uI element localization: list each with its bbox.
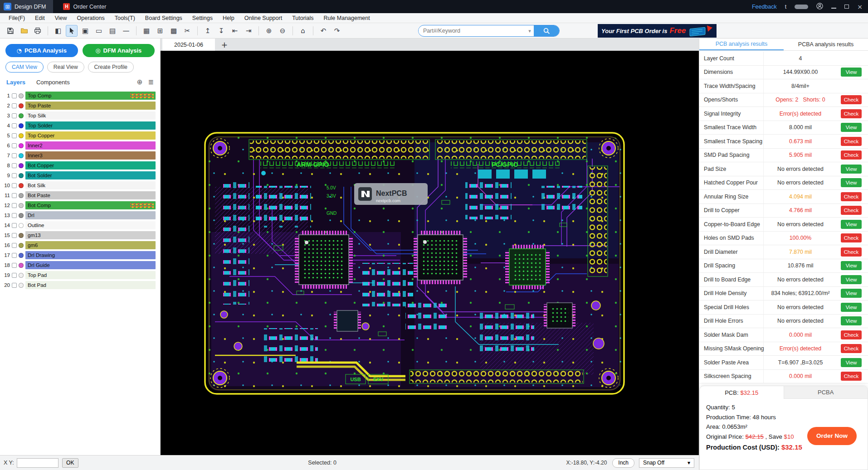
search-button[interactable] xyxy=(534,25,559,37)
menu-item[interactable]: Tools(T) xyxy=(110,13,140,23)
pcb-render[interactable]: ARM-GPIO PC/GPIO 5.0V 3.3V GND USB EXV N… xyxy=(161,51,699,455)
panel-layout-icon[interactable]: ◧ xyxy=(52,25,64,37)
menu-item[interactable]: Online Support xyxy=(239,13,287,23)
layer-visibility-checkbox[interactable] xyxy=(12,163,17,168)
layer-color-swatch[interactable] xyxy=(19,93,24,98)
measure-icon[interactable]: ▭ xyxy=(93,25,105,37)
analysis-action-button[interactable]: Check xyxy=(841,192,862,201)
tab-components[interactable]: Components xyxy=(36,79,70,86)
cam-view-tab[interactable]: CAM View xyxy=(5,62,44,73)
board-view-icon[interactable]: ▣ xyxy=(79,25,91,37)
menu-item[interactable]: Tutorials xyxy=(287,13,318,23)
layer-row[interactable]: 17 Drl Drawing xyxy=(0,250,160,260)
analysis-action-button[interactable]: View xyxy=(841,275,862,284)
analysis-action-button[interactable]: View xyxy=(841,165,862,174)
layer-row[interactable]: 8 Bot Copper xyxy=(0,160,160,170)
menu-item[interactable]: File(F) xyxy=(4,13,30,23)
grid-array-icon[interactable]: ▦ xyxy=(141,25,152,37)
analysis-action-button[interactable]: Check xyxy=(841,344,862,353)
layer-visibility-checkbox[interactable] xyxy=(12,153,17,158)
menu-item[interactable]: Help xyxy=(218,13,239,23)
home-icon[interactable]: ⌂ xyxy=(297,25,309,37)
layer-visibility-checkbox[interactable] xyxy=(12,213,17,218)
open-folder-button[interactable] xyxy=(18,25,30,37)
xy-input[interactable] xyxy=(17,458,59,468)
layer-color-swatch[interactable] xyxy=(19,223,24,228)
analysis-action-button[interactable]: Check xyxy=(841,95,862,104)
analysis-action-button[interactable]: View xyxy=(841,220,862,229)
analysis-action-button[interactable]: Check xyxy=(841,233,862,242)
layer-stack-icon[interactable]: ≣ xyxy=(148,78,154,86)
move-left-icon[interactable]: ⇤ xyxy=(229,25,241,37)
analysis-action-button[interactable]: Check xyxy=(841,109,862,118)
save-button[interactable] xyxy=(5,25,16,37)
layer-color-swatch[interactable] xyxy=(19,213,24,218)
maximize-button[interactable] xyxy=(844,3,849,10)
move-right-icon[interactable]: ⇥ xyxy=(243,25,254,37)
layer-row[interactable]: 10 Bot Silk xyxy=(0,180,160,190)
layer-visibility-checkbox[interactable] xyxy=(12,103,17,108)
layer-row[interactable]: 18 Drl Guide xyxy=(0,260,160,270)
layer-row[interactable]: 12 Bot Comp xyxy=(0,200,160,210)
layer-color-swatch[interactable] xyxy=(19,193,24,198)
menu-item[interactable]: Settings xyxy=(187,13,218,23)
menu-item[interactable]: View xyxy=(50,13,72,23)
layer-row[interactable]: 1 Top Comp xyxy=(0,91,160,101)
menu-item[interactable]: Board Settings xyxy=(140,13,187,23)
layer-row[interactable]: 20 Bot Pad xyxy=(0,280,160,290)
dfm-analysis-button[interactable]: ◎ DFM Analysis xyxy=(83,44,155,57)
layer-visibility-checkbox[interactable] xyxy=(12,133,17,138)
pcba-analysis-button[interactable]: ◔ PCBA Analysis xyxy=(5,44,78,57)
analysis-action-button[interactable]: View xyxy=(841,316,862,325)
tab-pcb-analysis-results[interactable]: PCB analysis results xyxy=(699,39,784,50)
layer-row[interactable]: 3 Top Silk xyxy=(0,111,160,121)
layer-color-swatch[interactable] xyxy=(19,203,24,208)
layer-color-swatch[interactable] xyxy=(19,183,24,188)
layer-color-swatch[interactable] xyxy=(19,253,24,258)
layer-row[interactable]: 9 Bot Solder xyxy=(0,170,160,180)
layer-visibility-checkbox[interactable] xyxy=(12,233,17,238)
analysis-action-button[interactable]: View xyxy=(841,68,862,77)
menu-item[interactable]: Operations xyxy=(72,13,110,23)
layer-visibility-checkbox[interactable] xyxy=(12,283,17,288)
select-tool-icon[interactable] xyxy=(66,25,78,37)
layer-color-swatch[interactable] xyxy=(19,173,24,178)
menu-item[interactable]: Rule Management xyxy=(319,13,375,23)
layer-color-swatch[interactable] xyxy=(19,283,24,288)
analysis-action-button[interactable]: Check xyxy=(841,150,862,160)
layer-visibility-checkbox[interactable] xyxy=(12,253,17,258)
layer-visibility-checkbox[interactable] xyxy=(12,193,17,198)
layer-visibility-checkbox[interactable] xyxy=(12,113,17,118)
analysis-action-button[interactable]: View xyxy=(841,289,862,298)
add-layer-icon[interactable]: ⊕ xyxy=(137,78,143,86)
line-tool-icon[interactable]: — xyxy=(120,25,132,37)
analysis-action-button[interactable]: Check xyxy=(841,206,862,215)
print-button[interactable] xyxy=(32,25,44,37)
layer-visibility-checkbox[interactable] xyxy=(12,243,17,248)
layer-visibility-checkbox[interactable] xyxy=(12,273,17,278)
order-now-button[interactable]: Order Now xyxy=(807,427,857,445)
layer-color-swatch[interactable] xyxy=(19,233,24,238)
undo-icon[interactable]: ↶ xyxy=(317,25,329,37)
layer-row[interactable]: 16 gm6 xyxy=(0,240,160,250)
search-input[interactable] xyxy=(419,28,526,34)
layer-color-swatch[interactable] xyxy=(19,153,24,158)
layer-color-swatch[interactable] xyxy=(19,163,24,168)
real-view-tab[interactable]: Real View xyxy=(47,62,84,73)
analysis-action-button[interactable]: View xyxy=(841,303,862,312)
layers-view-icon[interactable]: ▤ xyxy=(107,25,118,37)
close-button[interactable]: × xyxy=(857,3,863,10)
layer-visibility-checkbox[interactable] xyxy=(12,93,17,98)
pcb-canvas[interactable]: ARM-GPIO PC/GPIO 5.0V 3.3V GND USB EXV N… xyxy=(161,51,699,455)
layer-color-swatch[interactable] xyxy=(19,113,24,118)
redo-icon[interactable]: ↷ xyxy=(331,25,343,37)
chat-icon[interactable]: t xyxy=(785,4,786,10)
order-tab-pcba[interactable]: PCBA xyxy=(784,386,868,399)
promo-banner[interactable]: Your First PCB Order is Free xyxy=(598,24,717,38)
analysis-action-button[interactable]: View xyxy=(841,123,862,132)
layer-visibility-checkbox[interactable] xyxy=(12,123,17,128)
analysis-action-button[interactable]: View xyxy=(841,358,862,367)
layer-color-swatch[interactable] xyxy=(19,143,24,148)
analysis-action-button[interactable]: View xyxy=(841,261,862,270)
analysis-action-button[interactable]: View xyxy=(841,178,862,187)
